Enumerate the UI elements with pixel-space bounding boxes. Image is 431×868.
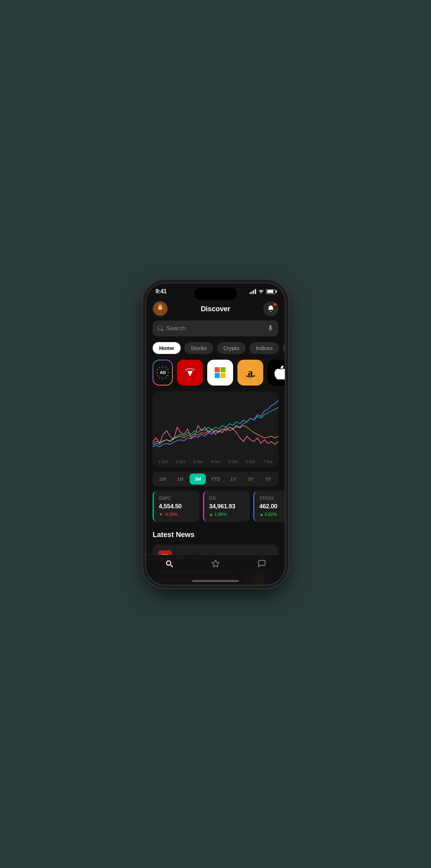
svg-text:All: All	[160, 370, 166, 375]
index-card-dji[interactable]: DJI 34,961.93 ▲ 1.06%	[203, 491, 250, 522]
microphone-icon[interactable]	[268, 325, 273, 332]
price-chart	[153, 391, 278, 456]
phone-frame: 9:41	[145, 283, 286, 585]
svg-line-10	[167, 375, 168, 376]
dynamic-island	[194, 288, 237, 300]
period-5y[interactable]: 5Y	[260, 473, 277, 485]
nav-item-search[interactable]	[158, 559, 181, 570]
chart-x-label-4-oct: 4 Oct	[211, 459, 220, 464]
index-arrow-dji: ▲	[209, 512, 213, 517]
svg-marker-25	[212, 560, 219, 567]
period-1m[interactable]: 1M	[172, 473, 188, 485]
message-nav-icon	[258, 559, 266, 570]
status-icons	[250, 289, 275, 294]
wifi-icon	[258, 289, 264, 294]
index-name-dji: DJI	[209, 496, 245, 501]
index-value-gspc: 4,554.50	[159, 503, 194, 510]
search-bar[interactable]: Search	[153, 321, 278, 336]
index-change-gspc: ▼ -0.28%	[159, 512, 194, 517]
chart-x-label-2-oct: 2 Oct	[176, 459, 185, 464]
signal-bars-icon	[250, 289, 256, 294]
period-ytd[interactable]: YTD	[207, 473, 223, 485]
tab-crypto[interactable]: Crypto	[217, 342, 246, 354]
notification-badge	[273, 303, 277, 306]
avatar-image	[153, 302, 167, 316]
category-tabs: Home Stocks Crypto Indices Forex	[146, 342, 285, 360]
svg-point-4	[158, 305, 163, 310]
chart-x-label-3-oct: 3 Oct	[193, 459, 203, 464]
tab-forex[interactable]: Forex	[283, 342, 285, 354]
index-value-dji: 34,961.93	[209, 503, 245, 510]
svg-line-13	[159, 377, 160, 378]
index-value-stoxx: 462.00	[259, 503, 285, 510]
svg-line-14	[157, 375, 158, 376]
battery-icon	[266, 289, 275, 294]
nav-item-messages[interactable]	[250, 559, 273, 570]
period-1y[interactable]: 1Y	[225, 473, 241, 485]
company-icons-row: All	[146, 360, 285, 391]
latest-news-title: Latest News	[146, 529, 285, 545]
main-content[interactable]: Discover Search Ho	[146, 298, 285, 585]
company-icon-tesla[interactable]	[177, 360, 203, 386]
status-time: 9:41	[156, 288, 167, 295]
chart-x-labels: 1 Oct 2 Oct 3 Oct 4 Oct 5 Oct 6 Oct 7 Oc…	[153, 457, 278, 467]
company-icon-apple[interactable]	[268, 360, 285, 386]
header: Discover	[146, 298, 285, 321]
nav-item-watchlist[interactable]	[204, 559, 227, 570]
svg-line-8	[167, 369, 168, 370]
period-1w[interactable]: 1W	[154, 473, 171, 485]
chart-x-label-5-oct: 5 Oct	[228, 459, 237, 464]
search-nav-icon	[165, 559, 173, 570]
index-name-gspc: GSPC	[159, 496, 194, 501]
home-indicator	[192, 580, 239, 582]
svg-line-16	[157, 369, 158, 370]
index-arrow-stoxx: ▲	[259, 512, 264, 517]
tab-home[interactable]: Home	[153, 342, 181, 354]
svg-line-11	[166, 377, 166, 378]
indices-row: GSPC 4,554.50 ▼ -0.28% DJI 34,961.93 ▲ 1…	[146, 491, 285, 529]
svg-line-17	[159, 367, 160, 368]
svg-rect-20	[221, 367, 226, 372]
bottom-nav	[146, 555, 285, 585]
period-3m[interactable]: 3M	[190, 473, 206, 485]
svg-rect-22	[221, 373, 226, 378]
svg-marker-24	[254, 375, 255, 377]
chart-x-label-1-oct: 1 Oct	[158, 459, 168, 464]
time-period-selector: 1W 1M 3M YTD 1Y 3Y 5Y	[153, 472, 278, 486]
index-card-gspc[interactable]: GSPC 4,554.50 ▼ -0.28%	[153, 491, 199, 522]
index-card-stoxx[interactable]: STOXX 462.00 ▲ 0.82%	[253, 491, 285, 522]
company-icon-all[interactable]: All	[153, 360, 173, 386]
period-3y[interactable]: 3Y	[243, 473, 259, 485]
tab-indices[interactable]: Indices	[249, 342, 279, 354]
index-change-stoxx: ▲ 0.82%	[259, 512, 285, 517]
chart-area: 1 Oct 2 Oct 3 Oct 4 Oct 5 Oct 6 Oct 7 Oc…	[153, 391, 278, 467]
notification-button[interactable]	[263, 301, 278, 316]
search-icon	[158, 326, 163, 331]
svg-rect-19	[215, 367, 220, 372]
chart-x-label-6-oct: 6 Oct	[246, 459, 255, 464]
index-change-dji: ▲ 1.06%	[209, 512, 245, 517]
page-title: Discover	[201, 305, 230, 313]
company-icon-amazon[interactable]: a	[237, 360, 263, 386]
index-arrow-gspc: ▼	[159, 512, 163, 517]
avatar[interactable]	[153, 301, 168, 316]
index-name-stoxx: STOXX	[259, 496, 285, 501]
all-icon-inner: All	[153, 360, 172, 385]
tab-stocks[interactable]: Stocks	[184, 342, 213, 354]
battery-fill	[267, 290, 274, 293]
svg-line-7	[166, 367, 166, 368]
search-placeholder: Search	[166, 325, 265, 332]
chart-x-label-7-oct: 7 Oct	[263, 459, 273, 464]
phone-screen: 9:41	[146, 283, 285, 585]
svg-rect-21	[215, 373, 220, 378]
star-nav-icon	[211, 559, 220, 570]
company-icon-microsoft[interactable]	[207, 360, 233, 386]
